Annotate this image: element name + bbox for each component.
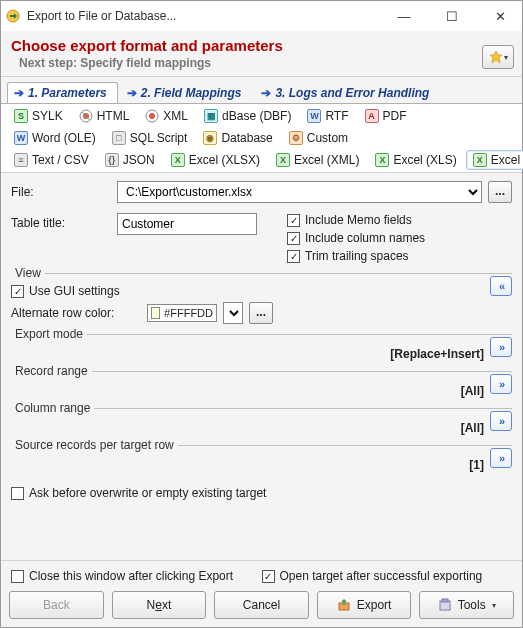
browse-file-button[interactable]: ... [488, 181, 512, 203]
wizard-tabs: ➔1. Parameters ➔2. Field Mappings ➔3. Lo… [1, 77, 522, 103]
alt-color-dropdown[interactable] [223, 302, 243, 324]
check-include-memo[interactable]: Include Memo fields [287, 213, 425, 227]
title-bar: Export to File or Database... — ☐ ✕ [1, 1, 522, 31]
format-rtf[interactable]: WRTF [300, 106, 355, 126]
format-csv[interactable]: ≡Text / CSV [7, 150, 96, 170]
expand-column-range-button[interactable]: » [490, 411, 512, 431]
tab-parameters[interactable]: ➔1. Parameters [7, 82, 118, 103]
window-title: Export to File or Database... [27, 9, 386, 23]
svg-point-5 [149, 113, 155, 119]
format-excel-xml[interactable]: XExcel (XML) [269, 150, 366, 170]
check-trim-spaces[interactable]: Trim trailing spaces [287, 249, 425, 263]
export-icon [337, 598, 351, 612]
check-close-after-export[interactable]: Close this window after clicking Export [11, 569, 262, 583]
export-mode-value: [Replace+Insert] [390, 347, 484, 361]
star-icon [489, 50, 503, 64]
format-word-ole[interactable]: WWord (OLE) [7, 128, 103, 148]
color-swatch [151, 307, 160, 319]
format-xlsx[interactable]: XExcel (XLSX) [164, 150, 267, 170]
check-use-gui-settings[interactable]: Use GUI settings [11, 284, 512, 298]
tab-logs-errors[interactable]: ➔3. Logs and Error Handling [254, 82, 440, 103]
alt-color-label: Alternate row color: [11, 306, 141, 320]
expand-export-mode-button[interactable]: » [490, 337, 512, 357]
file-label: File: [11, 185, 111, 199]
format-xls[interactable]: XExcel (XLS) [368, 150, 463, 170]
alt-color-more-button[interactable]: ... [249, 302, 273, 324]
tools-icon [438, 598, 452, 612]
next-step-hint: Next step: Specify field mappings [19, 56, 512, 70]
expand-per-row-button[interactable]: » [490, 448, 512, 468]
group-record-range: Record range » [All] [11, 371, 512, 398]
tab-field-mappings[interactable]: ➔2. Field Mappings [120, 82, 253, 103]
svg-rect-8 [442, 599, 448, 602]
tools-button[interactable]: Tools ▾ [419, 591, 514, 619]
format-database[interactable]: ◉Database [196, 128, 279, 148]
group-per-row: Source records per target row » [1] [11, 445, 512, 472]
per-row-value: [1] [469, 458, 484, 472]
next-button[interactable]: Next [112, 591, 207, 619]
format-sylk[interactable]: SSYLK [7, 106, 70, 126]
chevron-down-icon: ▾ [492, 601, 496, 610]
favorites-button[interactable]: ▾ [482, 45, 514, 69]
check-include-columns[interactable]: Include column names [287, 231, 425, 245]
check-ask-overwrite[interactable]: Ask before overwrite or empty existing t… [11, 486, 512, 500]
format-custom[interactable]: ⚙Custom [282, 128, 355, 148]
export-button[interactable]: Export [317, 591, 412, 619]
minimize-button[interactable]: — [386, 4, 422, 28]
format-selector: SSYLK HTML XML ▦dBase (DBF) WRTF APDF WW… [1, 103, 522, 173]
format-excel-ole[interactable]: XExcel (OLE) [466, 150, 523, 170]
alt-color-picker[interactable]: #FFFFDD [147, 304, 217, 322]
close-button[interactable]: ✕ [482, 4, 518, 28]
table-title-label: Table title: [11, 213, 111, 230]
back-button: Back [9, 591, 104, 619]
format-html[interactable]: HTML [72, 106, 137, 126]
chevron-down-icon: ▾ [504, 53, 508, 62]
check-open-after-export[interactable]: Open target after successful exporting [262, 569, 513, 583]
cancel-button[interactable]: Cancel [214, 591, 309, 619]
table-title-input[interactable] [117, 213, 257, 235]
format-pdf[interactable]: APDF [358, 106, 414, 126]
maximize-button[interactable]: ☐ [434, 4, 470, 28]
format-xml[interactable]: XML [138, 106, 195, 126]
format-dbase[interactable]: ▦dBase (DBF) [197, 106, 298, 126]
column-range-value: [All] [461, 421, 484, 435]
svg-marker-1 [490, 51, 502, 63]
group-view: View « Use GUI settings Alternate row co… [11, 273, 512, 324]
app-icon [5, 8, 21, 24]
record-range-value: [All] [461, 384, 484, 398]
group-export-mode: Export mode » [Replace+Insert] [11, 334, 512, 361]
page-title: Choose export format and parameters [11, 37, 512, 54]
format-json[interactable]: {}JSON [98, 150, 162, 170]
format-sql[interactable]: □SQL Script [105, 128, 195, 148]
file-path-select[interactable]: C:\Export\customer.xlsx [117, 181, 482, 203]
group-column-range: Column range » [All] [11, 408, 512, 435]
collapse-view-button[interactable]: « [490, 276, 512, 296]
expand-record-range-button[interactable]: » [490, 374, 512, 394]
